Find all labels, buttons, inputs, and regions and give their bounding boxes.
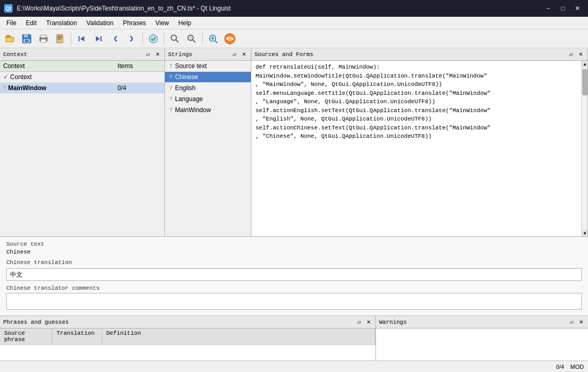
sources-panel-close[interactable]: ✕: [577, 51, 584, 58]
context-panel-title: Context: [3, 51, 27, 58]
separator-2: [142, 33, 143, 45]
table-row[interactable]: ? MainWindow 0/4: [0, 83, 164, 94]
save-button[interactable]: [19, 31, 35, 46]
phrasebooks-button[interactable]: [52, 31, 68, 46]
minimize-button[interactable]: −: [542, 3, 554, 14]
warnings-panel-close[interactable]: ✕: [578, 319, 585, 326]
strings-panel: Strings ▱ ✕ ? Source text ? Chinese ? En…: [165, 48, 251, 236]
svg-rect-4: [24, 35, 28, 37]
search-button[interactable]: [167, 31, 183, 46]
phrases-col-translation: Translation: [52, 329, 102, 344]
svg-marker-17: [96, 36, 100, 41]
list-item[interactable]: ? Source text: [165, 61, 251, 72]
menu-validation[interactable]: Validation: [82, 18, 118, 28]
svg-marker-20: [134, 37, 135, 40]
top-panels: Context ▱ ✕ Context Items ✓ Context: [0, 48, 588, 237]
question-icon: ?: [3, 85, 6, 91]
code-line-5: , "Language", None, QtGui.QApplication.U…: [256, 97, 577, 106]
phrases-panel-close[interactable]: ✕: [365, 319, 372, 326]
translator-comments-input[interactable]: [6, 293, 582, 310]
main-content: Context ▱ ✕ Context Items ✓ Context: [0, 48, 588, 360]
menu-translation[interactable]: Translation: [42, 18, 81, 28]
warnings-panel-restore[interactable]: ▱: [568, 319, 575, 326]
chinese-translation-input[interactable]: [6, 268, 582, 281]
menu-bar: File Edit Translation Validation Phrases…: [0, 17, 588, 29]
prev-unfinished-button[interactable]: [74, 31, 90, 46]
title-bar: Qt E:\Works\Maya\Scripts\PySideTest\tran…: [0, 0, 588, 17]
code-line-1: def retranslateUi(self, MainWindow):: [256, 63, 577, 72]
next-button[interactable]: [124, 31, 140, 46]
context-panel-restore[interactable]: ▱: [145, 51, 152, 58]
svg-line-28: [215, 41, 217, 43]
done-next-button[interactable]: [146, 31, 161, 46]
next-unfinished-button[interactable]: [91, 31, 106, 46]
svg-rect-14: [58, 39, 61, 40]
context-mainwindow-cell: ? MainWindow: [0, 83, 115, 94]
svg-rect-18: [101, 36, 102, 41]
list-item[interactable]: ? English: [165, 83, 251, 94]
warnings-panel-controls: ▱ ✕: [568, 319, 585, 326]
sources-code-view: def retranslateUi(self, MainWindow): Mai…: [251, 61, 581, 236]
phrases-table-header: Source phrase Translation Definition: [0, 329, 375, 345]
toolbar: ?: [0, 29, 588, 48]
translate-button[interactable]: [222, 31, 238, 46]
strings-panel-controls: ▱ ✕: [231, 51, 248, 58]
separator-1: [71, 33, 71, 45]
menu-edit[interactable]: Edit: [21, 18, 41, 28]
prev-button[interactable]: [107, 31, 123, 46]
context-panel: Context ▱ ✕ Context Items ✓ Context: [0, 48, 165, 236]
svg-rect-13: [58, 37, 62, 38]
zoom-button[interactable]: [205, 31, 221, 46]
context-panel-header: Context ▱ ✕: [0, 48, 164, 61]
list-item[interactable]: ? Language: [165, 94, 251, 105]
question-icon: ?: [169, 74, 172, 80]
list-item[interactable]: ? MainWindow: [165, 105, 251, 116]
list-item[interactable]: ? Chinese: [165, 72, 251, 83]
phrases-panel-restore[interactable]: ▱: [356, 319, 363, 326]
open-button[interactable]: [2, 31, 18, 46]
mode-indicator: MOD: [570, 364, 584, 370]
strings-list: ? Source text ? Chinese ? English ? Lang…: [165, 61, 251, 116]
strings-panel-restore[interactable]: ▱: [231, 51, 238, 58]
menu-help[interactable]: Help: [174, 18, 196, 28]
context-panel-close[interactable]: ✕: [154, 51, 161, 58]
close-button[interactable]: ✕: [571, 3, 584, 14]
scrollbar-vertical[interactable]: ▲ ▼: [581, 61, 587, 236]
sources-panel-restore[interactable]: ▱: [568, 51, 575, 58]
phrases-col-source: Source phrase: [0, 329, 52, 344]
svg-rect-2: [5, 37, 14, 42]
code-line-3: , "MainWindow", None, QtGui.QApplication…: [256, 80, 577, 89]
menu-view[interactable]: View: [151, 18, 173, 28]
status-bar: 0/4 MOD: [0, 360, 588, 372]
app-icon: Qt: [4, 4, 13, 13]
scroll-down-button[interactable]: ▼: [582, 230, 587, 236]
phrases-content: [0, 345, 375, 360]
menu-file[interactable]: File: [2, 18, 20, 28]
question-icon: ?: [169, 63, 172, 69]
window-title: E:\Works\Maya\Scripts\PySideTest\transla…: [17, 5, 231, 12]
warnings-panel: Warnings ▱ ✕: [376, 316, 588, 360]
print-button[interactable]: [36, 31, 51, 46]
maximize-button[interactable]: □: [557, 3, 569, 14]
source-text-label: Source text: [6, 241, 582, 247]
menu-phrases[interactable]: Phrases: [119, 18, 150, 28]
scroll-thumb[interactable]: [582, 69, 587, 95]
context-panel-controls: ▱ ✕: [145, 51, 161, 58]
table-row[interactable]: ✓ Context: [0, 72, 164, 83]
bottom-panels: Phrases and guesses ▱ ✕ Source phrase Tr…: [0, 316, 588, 360]
code-line-9: , "Chinese", None, QtGui.QApplication.Un…: [256, 132, 577, 141]
svg-rect-6: [25, 40, 29, 42]
title-bar-left: Qt E:\Works\Maya\Scripts\PySideTest\tran…: [4, 4, 231, 13]
scroll-up-button[interactable]: ▲: [582, 61, 587, 67]
title-bar-controls: − □ ✕: [542, 3, 584, 14]
sources-panel: Sources and Forms ▱ ✕ def retranslateUi(…: [251, 48, 588, 236]
svg-rect-12: [58, 36, 62, 37]
strings-panel-close[interactable]: ✕: [240, 51, 248, 58]
separator-4: [202, 33, 203, 45]
code-line-8: self.actionChinese.setText(QtGui.QApplic…: [256, 124, 577, 133]
svg-line-23: [176, 40, 179, 42]
translation-area: Source text Chinese Chinese translation …: [0, 237, 588, 316]
sources-panel-title: Sources and Forms: [254, 51, 313, 58]
code-line-4: self.menuLanguage.setTitle(QtGui.QApplic…: [256, 89, 577, 98]
find-next-button[interactable]: ?: [184, 31, 199, 46]
